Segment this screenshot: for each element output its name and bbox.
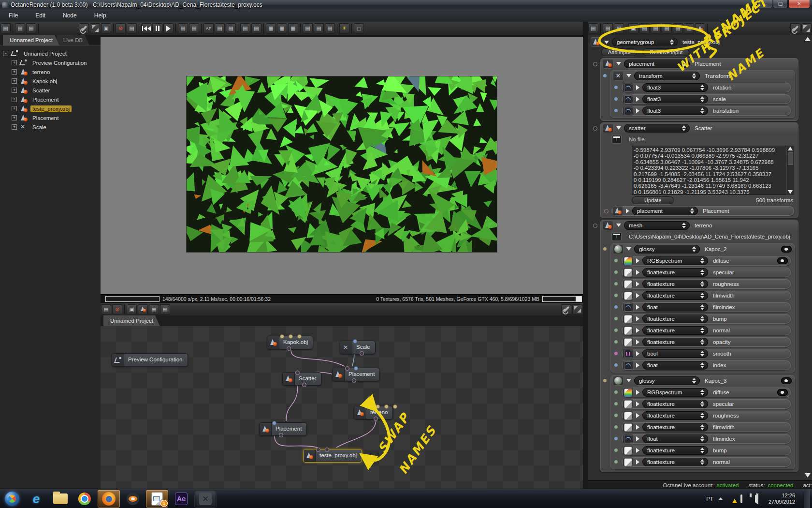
pin-icon[interactable] [614, 448, 618, 452]
autofocus-icon[interactable]: AF [203, 23, 214, 33]
display-node-icon[interactable]: ▤ [651, 23, 661, 33]
type-dropdown[interactable]: bool [642, 349, 708, 358]
pin-icon[interactable] [614, 329, 618, 332]
project-tab-unnamed-project[interactable]: Unnamed Project [3, 35, 59, 45]
type-dropdown[interactable]: floattexture [642, 280, 708, 288]
add-image-icon[interactable]: ▣ [127, 304, 137, 314]
pin-icon[interactable] [614, 305, 618, 309]
expand-icon[interactable] [572, 304, 582, 314]
tree-item-kapok-obj[interactable]: +Kapok.obj [3, 76, 101, 86]
type-dropdown[interactable]: float3 [642, 106, 708, 115]
group-header[interactable]: scatterScatter [601, 123, 798, 133]
restore-button[interactable]: ▢ [773, 0, 788, 8]
visibility-eye-icon[interactable] [777, 389, 788, 396]
type-dropdown[interactable]: floattexture [642, 291, 708, 300]
output-pin[interactable] [352, 378, 356, 383]
lock-icon[interactable]: □ [354, 23, 364, 33]
expand-caret-icon[interactable] [636, 293, 639, 298]
expand-caret-icon[interactable] [636, 448, 639, 453]
mesh-node-icon[interactable] [695, 23, 705, 33]
input-pin[interactable] [297, 334, 302, 339]
tree-expander-icon[interactable]: - [3, 51, 8, 56]
menu-node[interactable]: Node [54, 10, 86, 22]
close-button[interactable]: ✕ [788, 0, 810, 8]
input-pin[interactable] [384, 404, 389, 409]
expand-caret-icon[interactable] [636, 270, 639, 275]
taskbar-clock[interactable]: 12:26 27/09/2012 [768, 493, 795, 505]
group-header[interactable]: glossyKapoc_2 [611, 244, 795, 254]
language-indicator[interactable]: PT [706, 496, 713, 502]
menu-help[interactable]: Help [86, 10, 115, 22]
tree-item-preview-configuration[interactable]: +Preview Configuration [3, 58, 101, 67]
tree-item-placement[interactable]: +Placement [3, 95, 101, 104]
param-row-roughness[interactable]: floattextureroughness [622, 279, 791, 289]
pin-icon[interactable] [593, 126, 597, 131]
taskbar-after-effects[interactable]: Ae [170, 490, 192, 508]
taskbar-blender[interactable] [122, 490, 144, 508]
pin-icon[interactable] [614, 460, 618, 463]
input-pin[interactable] [280, 334, 284, 339]
checker-quarter-icon[interactable]: ▦ [288, 23, 298, 33]
graph-node-kapok-obj[interactable]: Kapok.obj [267, 336, 313, 349]
type-dropdown[interactable]: floattexture [642, 268, 708, 277]
input-pin[interactable] [345, 366, 349, 371]
param-row-filmindex[interactable]: floatfilmindex [622, 434, 791, 444]
expand-caret-icon[interactable] [636, 85, 639, 90]
tree-item-unnamed-project[interactable]: -Unnamed Project [3, 49, 101, 58]
param-row-diffuse[interactable]: RGBspectrumdiffuse [622, 256, 791, 266]
expand-caret-icon[interactable] [626, 209, 629, 213]
type-dropdown[interactable]: glossy [634, 376, 700, 385]
type-dropdown[interactable]: scatter [624, 124, 690, 133]
annotate-icon[interactable]: ▤ [160, 304, 170, 314]
param-row-filmwidth[interactable]: floattexturefilmwidth [622, 291, 791, 300]
expand-caret-icon[interactable] [636, 340, 639, 344]
remove-input-button[interactable]: Remove input [643, 48, 689, 56]
visibility-eye-icon[interactable] [781, 377, 792, 384]
minimize-button[interactable]: — [757, 0, 772, 8]
transform-data-text[interactable]: -0.598744 2.93709 0.067754 -10.3696 2.93… [632, 146, 786, 195]
tree-item-placement[interactable]: +Placement [3, 113, 101, 122]
picker-icon[interactable]: ▤ [226, 23, 236, 33]
copy-icon[interactable]: ▤ [603, 23, 613, 33]
pin-icon[interactable] [614, 402, 618, 405]
type-dropdown[interactable]: float [642, 434, 708, 443]
node-type-dropdown[interactable]: geometrygroup [612, 38, 678, 46]
tree-expander-icon[interactable]: + [12, 69, 17, 75]
lens2-icon[interactable]: ▤ [251, 23, 261, 33]
pin-icon[interactable] [614, 109, 618, 112]
param-row-smooth[interactable]: boolsmooth [622, 349, 791, 359]
expand-caret-icon[interactable] [636, 402, 639, 406]
visibility-eye-icon[interactable] [777, 257, 788, 264]
param-row-normal[interactable]: floattexturenormal [622, 326, 791, 335]
expand-caret-icon[interactable] [636, 282, 639, 286]
wrench-icon[interactable] [561, 304, 571, 314]
pin-icon[interactable] [614, 282, 618, 285]
taskbar-chrome[interactable] [73, 490, 96, 508]
pin-icon[interactable] [614, 390, 618, 394]
param-row-specular[interactable]: floattexturespecular [622, 399, 791, 409]
visibility-eye-icon[interactable] [781, 246, 792, 253]
pin-icon[interactable] [614, 294, 618, 297]
title-bar[interactable]: OctaneRender (1.0 beta 3.00) - C:\Users\… [0, 0, 812, 10]
input-pin[interactable] [353, 339, 357, 344]
type-dropdown[interactable]: floattexture [642, 326, 708, 335]
tree-item-scatter[interactable]: +Scatter [3, 86, 101, 95]
tree-item-terreno[interactable]: +terreno [3, 67, 101, 76]
param-row-roughness[interactable]: floattextureroughness [622, 411, 791, 420]
tray-expand-icon[interactable] [718, 497, 723, 500]
param-row-scale[interactable]: float3scale [622, 94, 791, 104]
tree-expander-icon[interactable]: + [12, 124, 17, 130]
play-icon[interactable] [163, 23, 174, 33]
unlink-tool-icon[interactable]: ⊘ [112, 304, 122, 314]
wrench-icon[interactable] [790, 23, 800, 33]
type-dropdown[interactable]: float3 [642, 83, 708, 92]
param-row-filmindex[interactable]: floatfilmindex [622, 302, 791, 312]
image-node-icon[interactable]: ▣ [628, 23, 638, 33]
project-tab-live-db[interactable]: Live DB [57, 35, 89, 45]
duplicate-icon[interactable]: ▤ [15, 23, 25, 33]
collapse-caret-icon[interactable] [626, 379, 631, 382]
input-pin[interactable] [376, 404, 380, 409]
paste-icon[interactable]: ▤ [614, 23, 624, 33]
type-dropdown[interactable]: mesh [624, 221, 690, 230]
update-button[interactable]: Update [632, 196, 674, 204]
